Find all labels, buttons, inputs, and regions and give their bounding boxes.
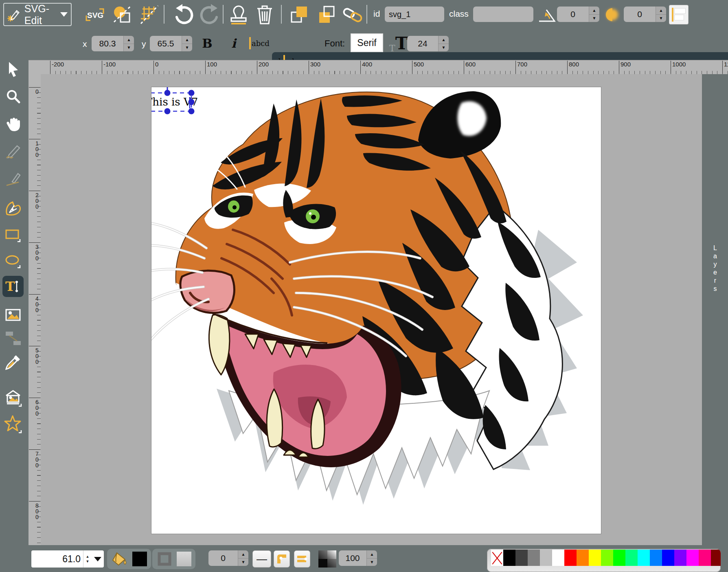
tool-rect[interactable] [2,225,24,246]
bold-button[interactable]: B [198,34,216,52]
v-ruler-label: 0 [29,87,40,94]
x-down-button[interactable]: ▼ [124,44,134,52]
y-value[interactable]: 65.5 [150,36,182,51]
stroke-dash-button[interactable]: — [252,550,271,568]
selection-overlay [151,87,221,124]
stroke-linecap-button[interactable] [294,550,310,568]
palette-swatch[interactable] [613,550,625,566]
opacity-down-button[interactable]: ▼ [367,558,377,566]
x-up-button[interactable]: ▲ [124,36,134,44]
tool-shape-library[interactable] [2,387,24,408]
tool-pencil[interactable] [2,141,24,162]
font-size-down-button[interactable]: ▼ [439,44,449,52]
y-down-button[interactable]: ▼ [182,44,192,52]
font-family-button[interactable]: Serif [351,34,382,51]
palette-swatch-none[interactable] [491,550,503,566]
fill-color-swatch[interactable] [132,552,147,566]
stroke-width-up-button[interactable]: ▲ [238,550,248,558]
tool-text[interactable]: T [2,276,24,297]
tool-connector[interactable] [2,328,24,349]
text-anchor-start-button[interactable]: abcd [248,34,728,52]
svg-canvas[interactable]: This is V7 [151,87,601,534]
stroke-width-value[interactable]: 0 [208,550,238,566]
palette-swatch[interactable] [564,550,577,566]
tool-select[interactable] [2,59,24,80]
color-palette [487,549,721,572]
palette-swatch[interactable] [662,550,674,566]
y-up-button[interactable]: ▲ [182,36,192,44]
palette-swatch[interactable] [638,550,650,566]
tool-image[interactable] [2,305,24,326]
tool-line[interactable] [2,169,24,190]
palette-swatch[interactable] [515,550,528,566]
tool-path[interactable] [2,198,24,219]
palette-swatch[interactable] [552,550,564,566]
font-size-value[interactable]: 24 [407,36,438,51]
angle-value[interactable]: 0 [557,7,589,22]
tool-ellipse[interactable] [2,251,24,272]
font-size-up-button[interactable]: ▲ [439,36,449,44]
zoom-value[interactable]: 61.0 [31,554,83,565]
stroke-color-group [152,549,195,569]
tool-zoom[interactable] [2,86,24,107]
move-to-top-button[interactable] [288,3,309,26]
palette-swatch[interactable] [674,550,686,566]
italic-button[interactable]: i [225,34,243,52]
palette-swatch[interactable] [503,550,515,566]
source-editor-button[interactable]: SVG [84,5,106,24]
palette-swatch[interactable] [650,550,662,566]
palette-swatch[interactable] [625,550,638,566]
blur-value[interactable]: 0 [624,7,656,22]
element-id-input[interactable] [385,7,444,22]
zoom-spinner[interactable]: ▲▼ [83,550,92,568]
divider [281,5,282,24]
palette-swatch[interactable] [528,550,540,566]
h-ruler-label: 900 [619,61,631,74]
palette-swatch[interactable] [577,550,589,566]
workspace[interactable]: This is V7 [41,74,702,545]
x-value[interactable]: 80.3 [92,36,123,51]
palette-swatch[interactable] [589,550,601,566]
stroke-linejoin-button[interactable] [274,550,290,568]
redo-button[interactable] [199,3,221,26]
layers-panel-label[interactable]: Layers [711,244,719,293]
opacity-up-button[interactable]: ▲ [367,550,377,558]
undo-button[interactable] [173,3,195,26]
delete-button[interactable] [255,3,274,26]
angle-label-icon [537,6,556,24]
main-menu-button[interactable]: SVG-Edit [3,3,72,26]
document-properties-button[interactable] [111,3,134,26]
zoom-combo[interactable]: 61.0 ▲▼ [31,550,104,568]
layers-panel-collapsed[interactable]: Layers [702,74,728,545]
x-spinner: 80.3 ▲▼ [92,36,134,51]
palette-swatch[interactable] [711,550,721,566]
stroke-width-down-button[interactable]: ▼ [238,558,248,566]
move-to-bottom-button[interactable] [316,3,337,26]
tool-star[interactable] [2,414,24,435]
palette-swatch[interactable] [601,550,613,566]
h-ruler-label: 600 [464,61,476,74]
h-ruler-label: 100 [205,61,217,74]
opacity-value[interactable]: 100 [339,550,366,566]
palette-swatch[interactable] [699,550,711,566]
palette-swatch[interactable] [686,550,699,566]
angle-down-button[interactable]: ▼ [589,14,599,22]
make-link-button[interactable] [341,3,364,26]
selection-handles[interactable] [151,90,195,114]
opacity-icon [318,550,336,568]
clone-button[interactable] [228,3,249,26]
stroke-color-swatch[interactable] [177,552,191,566]
editor-preferences-button[interactable] [139,3,160,26]
tool-pan[interactable] [2,113,24,134]
zoom-dropdown-caret[interactable] [92,557,104,561]
blur-down-button[interactable]: ▼ [656,14,666,22]
text-anchor-swatch-button[interactable] [669,5,688,24]
angle-up-button[interactable]: ▲ [589,7,599,14]
anchor-line [675,9,685,13]
vertical-ruler: 0100200300400500600700800 [29,74,41,545]
tool-eyedropper[interactable] [2,352,24,373]
palette-swatch[interactable] [540,550,552,566]
element-class-input[interactable] [473,7,533,22]
app-title: SVG-Edit [24,3,57,26]
blur-up-button[interactable]: ▲ [656,7,666,14]
